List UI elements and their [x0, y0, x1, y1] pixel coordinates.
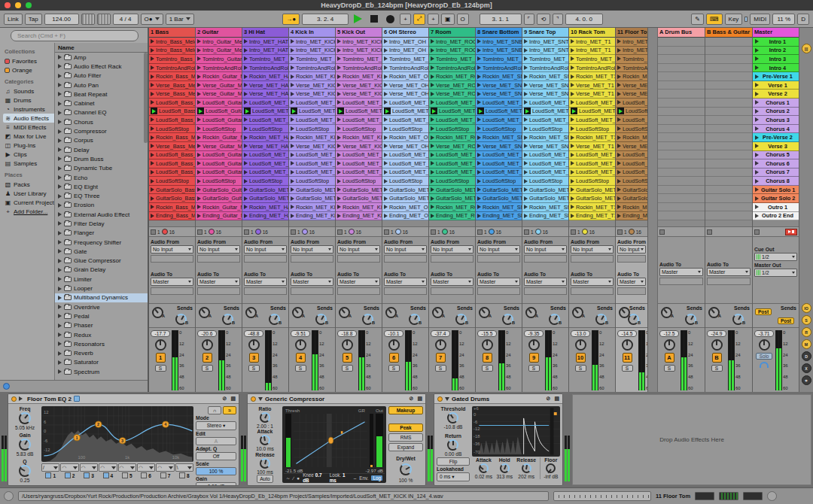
stop-button[interactable] — [370, 15, 378, 23]
clip-slot[interactable]: LoudSoft_MET_KICK_OUT — [336, 159, 382, 169]
expander-icon[interactable] — [58, 305, 62, 309]
output-channel-box[interactable] — [571, 287, 614, 295]
send-b-knob[interactable]: B — [685, 314, 696, 325]
clip-slot[interactable]: Intro_MET_SNB — [476, 47, 522, 56]
solo-button[interactable]: S — [622, 365, 633, 372]
gate-release-knob[interactable] — [522, 463, 531, 473]
list-item[interactable]: Auto Pan — [55, 80, 148, 90]
clip-play-icon[interactable] — [151, 92, 154, 96]
view-toggle-m[interactable]: M — [802, 339, 811, 349]
clip-slot[interactable]: Intro_MET_SNB — [476, 38, 522, 47]
expander-icon[interactable] — [58, 277, 62, 281]
capture-midi-button[interactable]: ▣ — [441, 14, 455, 25]
clip-playing-icon[interactable] — [244, 108, 251, 114]
scene-slot[interactable]: Chorus 2 — [753, 108, 799, 117]
clip-slot[interactable]: TomIntroAndRoll_MET_KICK_OUT — [336, 64, 382, 73]
clip-slot[interactable]: Verse_Bass_Melody — [149, 81, 195, 90]
clip-play-icon[interactable] — [244, 74, 248, 79]
volume-value[interactable]: -15.5 — [477, 330, 497, 337]
clip-play-icon[interactable] — [384, 56, 388, 61]
device-activator-icon[interactable] — [251, 396, 256, 402]
scene-slot[interactable]: Chorus 5 — [753, 151, 799, 160]
clip-slot[interactable]: Verse_MET_SNT — [522, 81, 568, 90]
clip-play-icon[interactable] — [151, 39, 154, 44]
clip-slot[interactable]: LoudSoft_MET_ROOM — [429, 159, 475, 169]
clip-stop-button[interactable] — [524, 229, 529, 235]
list-item[interactable]: Pedal — [55, 311, 148, 320]
clip-slot[interactable]: Rockin_MET_T1 — [569, 203, 615, 212]
transfer-view-icon[interactable]: ∕ — [293, 475, 294, 481]
clip-slot[interactable]: Rockin_Bass_Melody — [149, 203, 195, 212]
clip-slot[interactable]: LoudSoft_MET_T2 — [616, 169, 647, 178]
clip-slot[interactable]: Rockin_MET_SNB — [476, 133, 522, 142]
clip-slot[interactable]: GuitarSolo_MET_KICK_IN — [289, 186, 335, 195]
volume-value[interactable]: -3.71 — [754, 330, 774, 337]
clip-playing-icon[interactable] — [477, 108, 484, 114]
scene-slot[interactable]: Verse 1 — [753, 81, 799, 90]
clip-playing-icon[interactable] — [151, 108, 157, 114]
input-channel-box[interactable] — [197, 255, 240, 263]
expander-icon[interactable] — [58, 342, 62, 346]
output-channel-box[interactable] — [244, 287, 287, 295]
transfer-curve[interactable] — [294, 414, 367, 467]
expander-icon[interactable] — [58, 74, 62, 78]
expander-icon[interactable] — [58, 129, 62, 134]
clip-play-icon[interactable] — [337, 65, 341, 70]
clip-play-icon[interactable] — [197, 179, 201, 184]
clip-slot[interactable]: LoudSoft_MET_HAT — [242, 99, 288, 108]
re-enable-automation-button[interactable]: + — [428, 14, 439, 25]
clip-slot[interactable]: Rockin_MET_KICK_IN — [289, 133, 335, 142]
audio-from-select[interactable]: No Input — [571, 245, 614, 254]
clip-slot[interactable]: LoudSoftStop — [522, 177, 568, 186]
sidebar-item-add-folder-[interactable]: +Add Folder... — [3, 207, 54, 216]
time-signature-field[interactable]: 4 / 4 — [113, 14, 139, 25]
send-a-knob[interactable]: A — [245, 307, 257, 318]
tempo-field[interactable]: 124.00 — [44, 14, 79, 25]
clip-play-icon[interactable] — [477, 92, 481, 96]
send-a-knob[interactable]: A — [525, 307, 537, 318]
level-meter[interactable] — [405, 330, 412, 390]
env-log-toggle[interactable]: Log — [371, 475, 382, 481]
clip-slot[interactable]: Ending_MET_SNT — [522, 212, 568, 221]
clip-play-icon[interactable] — [337, 74, 341, 79]
band-enable-checkbox[interactable] — [122, 472, 128, 478]
clip-play-icon[interactable] — [151, 56, 154, 61]
audio-from-select[interactable]: No Input — [617, 245, 646, 254]
clip-slot[interactable]: Verse_MET_T1 — [569, 142, 615, 151]
clip-play-icon[interactable] — [524, 92, 528, 96]
clip-slot[interactable]: LoudSoft_MET_T2 — [616, 151, 647, 160]
clip-slot[interactable]: Verse_MET_ROOM — [429, 142, 475, 151]
clip-slot[interactable]: GuitarSolo_MET_SNB — [476, 186, 522, 195]
clip-slot[interactable]: Ending_MET_OH — [382, 212, 428, 221]
clip-play-icon[interactable] — [571, 56, 574, 61]
track-header[interactable]: 6 OH Stereo — [382, 28, 428, 38]
sidebar-item-user-library[interactable]: ♟User Library — [3, 189, 54, 198]
attack-knob[interactable] — [260, 435, 270, 445]
clip-play-icon[interactable] — [244, 161, 248, 165]
expander-icon[interactable] — [58, 92, 62, 96]
clip-play-icon[interactable] — [244, 100, 248, 105]
mode-select[interactable]: Stereo ▾ — [196, 421, 236, 430]
clip-play-icon[interactable] — [617, 214, 621, 218]
clip-slot[interactable]: Intro_MET_T2 — [616, 47, 647, 56]
clip-play-icon[interactable] — [431, 205, 434, 209]
makeup-button[interactable]: Makeup — [388, 406, 423, 414]
expander-icon[interactable] — [58, 147, 62, 152]
clip-slot[interactable]: TomIntro_MET_T1 — [569, 55, 615, 64]
clip-play-icon[interactable] — [477, 205, 481, 209]
volume-value[interactable]: -9.51 — [291, 330, 310, 337]
send-a-knob[interactable]: A — [339, 307, 350, 318]
filter-type-select[interactable]: / — [41, 463, 59, 472]
clip-play-icon[interactable] — [571, 39, 574, 44]
release-knob[interactable] — [260, 458, 270, 469]
clip-play-icon[interactable] — [384, 161, 388, 165]
clip-slot[interactable]: GuitarSolo_Guitar_Mel — [196, 186, 242, 195]
clip-slot[interactable]: Verse_Bass_Melody — [149, 142, 195, 151]
output-meter[interactable] — [376, 414, 383, 467]
track-header[interactable]: 9 Snare Top — [522, 28, 568, 38]
clip-play-icon[interactable] — [291, 100, 294, 105]
clip-stop-button[interactable] — [197, 229, 202, 235]
level-meter[interactable] — [545, 330, 552, 390]
clip-play-icon[interactable] — [477, 196, 481, 201]
clip-play-icon[interactable] — [384, 205, 388, 209]
